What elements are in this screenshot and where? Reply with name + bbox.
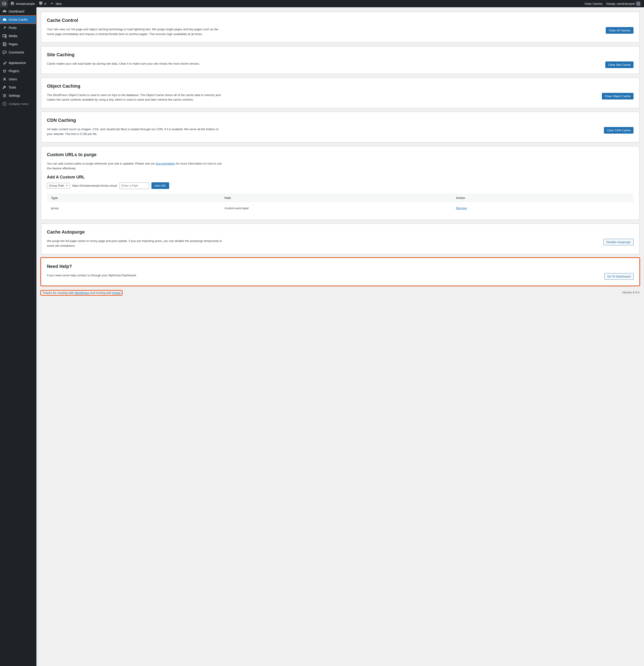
- table-row: group /custom-post-type/ Remove: [47, 203, 633, 214]
- greeting: Howdy, carolinecoyne: [606, 2, 635, 5]
- wrench-icon: [2, 85, 7, 90]
- sidebar-item-media[interactable]: Media: [0, 32, 36, 40]
- sidebar-item-users[interactable]: Users: [0, 75, 36, 83]
- base-url: https://kinstaexample.kinsta.cloud/: [72, 184, 117, 187]
- sidebar-item-tools[interactable]: Tools: [0, 83, 36, 91]
- autopurge-desc: We purge the full page cache on every pa…: [47, 239, 224, 248]
- settings-icon: [2, 93, 7, 98]
- remove-link[interactable]: Remove: [456, 207, 467, 210]
- new-label: New: [55, 2, 62, 5]
- sidebar-item-plugins[interactable]: Plugins: [0, 67, 36, 75]
- custom-urls-desc: You can add custom paths to purge whenev…: [47, 161, 224, 171]
- collapse-icon: [2, 102, 7, 106]
- sidebar-item-label: Kinsta Cache: [9, 18, 28, 21]
- site-caching-title: Site Caching: [47, 52, 633, 57]
- account-menu[interactable]: Howdy, carolinecoyne: [604, 0, 642, 7]
- sidebar-item-label: Media: [9, 34, 17, 38]
- add-custom-url-title: Add A Custom URL: [47, 175, 633, 180]
- row-path: /custom-post-type/: [224, 207, 456, 210]
- user-icon: [2, 77, 7, 82]
- comment-icon: [38, 1, 43, 6]
- comment-icon: [2, 50, 7, 55]
- custom-urls-panel: Custom URLs to purge You can add custom …: [41, 146, 640, 220]
- disable-autopurge-button[interactable]: Disable Autopurge: [604, 239, 633, 245]
- site-caching-desc: Cache makes your site load faster by sto…: [47, 62, 200, 66]
- admin-sidebar: DashboardKinsta CachePostsMediaPagesComm…: [0, 7, 36, 666]
- object-caching-panel: Object Caching The WordPress Object Cach…: [41, 77, 640, 108]
- svg-point-3: [5, 95, 6, 96]
- sidebar-item-pages[interactable]: Pages: [0, 40, 36, 48]
- object-caching-desc: The WordPress Object Cache is used to sa…: [47, 93, 224, 102]
- cache-control-desc: Your site uses our full page and object …: [47, 27, 224, 37]
- site-name: kinstaexample: [16, 2, 35, 5]
- clear-cdn-cache-button[interactable]: Clear CDN Cache: [604, 127, 633, 134]
- kinsta-link[interactable]: Kinsta: [112, 291, 120, 295]
- sidebar-item-kinsta-cache[interactable]: Kinsta Cache: [0, 16, 36, 24]
- pages-icon: [2, 42, 7, 47]
- version-label: Version 6.4.3: [622, 291, 640, 295]
- table-header-path: Path: [224, 196, 456, 199]
- sidebar-item-label: Posts: [9, 26, 17, 30]
- footer: Thanks for creating with WordPress and h…: [41, 291, 640, 295]
- sidebar-item-comments[interactable]: Comments: [0, 48, 36, 56]
- home-icon: [10, 1, 15, 6]
- brush-icon: [2, 60, 7, 65]
- custom-urls-title: Custom URLs to purge: [47, 152, 633, 157]
- go-to-dashboard-button[interactable]: Go To Dashboard: [604, 273, 633, 280]
- help-panel: Need Help? If you need some help contact…: [41, 258, 640, 286]
- sidebar-item-label: Tools: [9, 86, 16, 89]
- site-caching-panel: Site Caching Cache makes your site load …: [41, 46, 640, 74]
- sidebar-item-settings[interactable]: Settings: [0, 91, 36, 100]
- autopurge-panel: Cache Autopurge We purge the full page c…: [41, 224, 640, 254]
- cdn-caching-panel: CDN Caching All static content (such as …: [41, 112, 640, 142]
- cache-control-title: Cache Control: [47, 18, 633, 23]
- sidebar-item-label: Comments: [9, 51, 24, 54]
- footer-thanks: Thanks for creating with WordPress and h…: [41, 291, 122, 295]
- sidebar-item-label: Users: [9, 77, 17, 81]
- autopurge-title: Cache Autopurge: [47, 229, 633, 235]
- table-header-action: Action: [456, 196, 629, 199]
- sidebar-item-dashboard[interactable]: Dashboard: [0, 7, 36, 16]
- clear-object-cache-button[interactable]: Clear Object Cache: [602, 93, 633, 100]
- comments-link[interactable]: 0: [37, 0, 48, 7]
- svg-point-1: [4, 78, 5, 79]
- wordpress-link[interactable]: WordPress: [75, 291, 89, 295]
- avatar: [636, 2, 640, 6]
- comments-count: 0: [45, 2, 46, 5]
- main-content: Cache Control Your site uses our full pa…: [36, 7, 644, 666]
- svg-point-2: [4, 94, 4, 95]
- clear-caches-menu[interactable]: Clear Caches: [583, 0, 604, 7]
- path-input[interactable]: [120, 182, 149, 189]
- collapse-menu[interactable]: Collapse menu: [0, 100, 36, 108]
- row-type: group: [51, 207, 224, 210]
- sidebar-item-label: Dashboard: [9, 10, 24, 13]
- site-name-link[interactable]: kinstaexample: [8, 0, 37, 7]
- sidebar-item-posts[interactable]: Posts: [0, 24, 36, 32]
- wp-logo[interactable]: [0, 0, 8, 7]
- add-url-button[interactable]: Add URL: [151, 182, 169, 189]
- cache-control-panel: Cache Control Your site uses our full pa…: [41, 12, 640, 42]
- custom-urls-table: Type Path Action group /custom-post-type…: [47, 193, 633, 214]
- svg-point-4: [4, 97, 5, 97]
- sidebar-item-label: Appearance: [9, 61, 26, 65]
- help-title: Need Help?: [47, 264, 633, 269]
- cdn-caching-title: CDN Caching: [47, 118, 633, 123]
- media-icon: [2, 34, 7, 38]
- sidebar-item-label: Plugins: [9, 69, 19, 73]
- cdn-caching-desc: All static content (such as images, CSS,…: [47, 127, 224, 137]
- svg-point-0: [5, 35, 6, 36]
- plug-icon: [2, 69, 7, 73]
- clear-site-cache-button[interactable]: Clear Site Cache: [605, 62, 633, 68]
- help-desc: If you need some help contact us through…: [47, 273, 136, 278]
- cloud-icon: [2, 17, 7, 22]
- sidebar-item-label: Settings: [9, 94, 20, 98]
- pin-icon: [2, 25, 7, 30]
- table-header-type: Type: [51, 196, 224, 199]
- admin-bar: kinstaexample 0 New Clear Caches Howdy, …: [0, 0, 644, 7]
- clear-all-caches-button[interactable]: Clear All Caches: [606, 27, 633, 34]
- documentation-link[interactable]: documentation: [156, 162, 175, 165]
- path-type-select[interactable]: Group Path: [47, 183, 70, 189]
- new-content-link[interactable]: New: [48, 0, 63, 7]
- svg-point-5: [3, 102, 6, 106]
- sidebar-item-appearance[interactable]: Appearance: [0, 59, 36, 67]
